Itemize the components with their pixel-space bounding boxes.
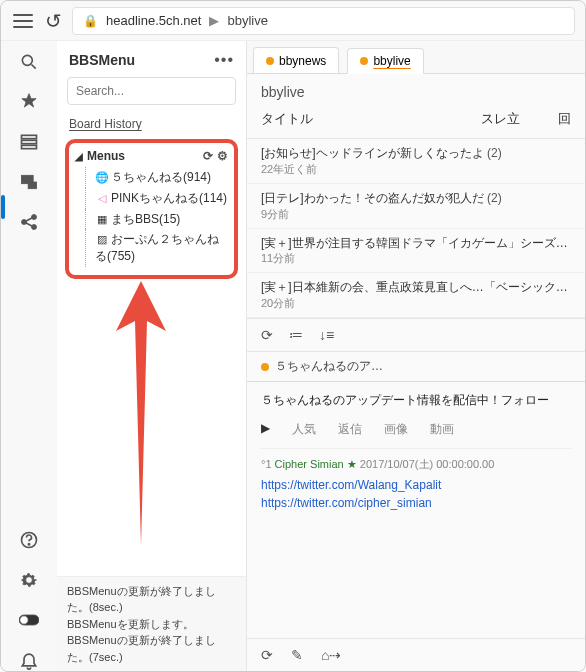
tab-dot-icon bbox=[266, 57, 274, 65]
cursor-icon: ◁ bbox=[95, 191, 109, 206]
sort-pop[interactable]: 人気 bbox=[292, 421, 316, 438]
svg-rect-2 bbox=[22, 135, 37, 138]
lock-icon: 🔒 bbox=[83, 14, 98, 28]
menu-icon[interactable] bbox=[11, 9, 35, 33]
refresh-icon[interactable]: ⟳ bbox=[261, 647, 273, 663]
sitemap-icon[interactable]: ⌂⇢ bbox=[321, 647, 341, 663]
log-line: BBSMenuの更新が終了しました。(8sec.) bbox=[67, 583, 236, 616]
refresh-icon[interactable]: ⟳ bbox=[261, 327, 273, 343]
thread-row[interactable]: [実＋]日本維新の会、重点政策見直しへ…「ベーシックインカム」 20分前 bbox=[247, 273, 585, 318]
sort-img[interactable]: 画像 bbox=[384, 421, 408, 438]
list-ordered-icon[interactable]: ≔ bbox=[289, 327, 303, 343]
thread-tab-label[interactable]: ５ちゃんねるのア… bbox=[275, 358, 383, 375]
thread-title: ５ちゃんねるのアップデート情報を配信中！フォロー bbox=[261, 392, 571, 409]
log-line: BBSMenuを更新します。 bbox=[67, 616, 236, 633]
gear-small-icon[interactable]: ⚙ bbox=[217, 149, 228, 163]
share-icon[interactable] bbox=[18, 211, 40, 233]
toggle-icon[interactable] bbox=[18, 609, 40, 631]
search-input[interactable] bbox=[67, 77, 236, 105]
board-name: bbylive bbox=[247, 74, 585, 106]
sort-reply[interactable]: 返信 bbox=[338, 421, 362, 438]
bell-icon[interactable] bbox=[18, 649, 40, 671]
menu-item-5ch[interactable]: 🌐５ちゃんねる(914) bbox=[85, 167, 228, 188]
menu-item-pink[interactable]: ◁PINKちゃんねる(114) bbox=[85, 188, 228, 209]
menu-item-open2ch[interactable]: ▨おーぷん２ちゃんねる(755) bbox=[85, 229, 228, 267]
star-icon[interactable] bbox=[18, 91, 40, 113]
play-icon[interactable]: ▶ bbox=[261, 421, 270, 438]
undo-icon[interactable]: ↺ bbox=[45, 9, 62, 33]
grid2-icon: ▨ bbox=[95, 232, 109, 247]
url-host: headline.5ch.net bbox=[106, 13, 201, 28]
menu-item-machi[interactable]: ▦まちBBS(15) bbox=[85, 209, 228, 230]
sort-icon[interactable]: ↓≡ bbox=[319, 327, 334, 343]
globe-icon: 🌐 bbox=[95, 170, 109, 185]
svg-line-1 bbox=[32, 65, 36, 69]
col-res[interactable]: 回 bbox=[541, 110, 571, 128]
svg-point-15 bbox=[20, 616, 28, 624]
col-date[interactable]: スレ立 bbox=[481, 110, 541, 128]
col-title[interactable]: タイトル bbox=[261, 110, 481, 128]
svg-rect-4 bbox=[22, 145, 37, 148]
tab-bbynews[interactable]: bbynews bbox=[253, 47, 339, 73]
tab-bbylive[interactable]: bbylive bbox=[347, 48, 423, 74]
svg-line-10 bbox=[26, 218, 33, 221]
gear-icon[interactable] bbox=[18, 569, 40, 591]
sidebar-title: BBSMenu bbox=[69, 52, 135, 68]
edit-icon[interactable]: ✎ bbox=[291, 647, 303, 663]
svg-rect-3 bbox=[22, 140, 37, 143]
board-icon[interactable] bbox=[18, 171, 40, 193]
thread-row[interactable]: [お知らせ]ヘッドラインが新しくなったよ (2) 22年近く前 bbox=[247, 139, 585, 184]
post-date: 2017/10/07(土) 00:00:00.00 bbox=[360, 458, 495, 470]
help-icon[interactable] bbox=[18, 529, 40, 551]
board-history-link[interactable]: Board History bbox=[57, 113, 246, 135]
post-name[interactable]: Cipher Simian ★ bbox=[275, 458, 357, 470]
svg-point-13 bbox=[28, 544, 29, 545]
thread-row[interactable]: [日テレ]わかった！その盗んだ奴が犯人だ (2) 9分前 bbox=[247, 184, 585, 229]
post-link[interactable]: https://twitter.com/Walang_Kapalit bbox=[261, 476, 571, 494]
list-icon[interactable] bbox=[18, 131, 40, 153]
log-line: BBSMenuの更新が終了しました。(7sec.) bbox=[67, 632, 236, 665]
tab-dot-icon bbox=[261, 363, 269, 371]
address-bar[interactable]: 🔒 headline.5ch.net ▶ bbylive bbox=[72, 7, 575, 35]
url-sub: bbylive bbox=[227, 13, 267, 28]
post-link[interactable]: https://twitter.com/cipher_simian bbox=[261, 494, 571, 512]
thread-row[interactable]: [実＋]世界が注目する韓国ドラマ「イカゲーム」シーズン2、record chin… bbox=[247, 229, 585, 274]
search-icon[interactable] bbox=[18, 51, 40, 73]
refresh-icon[interactable]: ⟳ bbox=[203, 149, 213, 163]
menus-label: Menus bbox=[87, 149, 125, 163]
menus-highlight-box: ◢ Menus ⟳ ⚙ 🌐５ちゃんねる(914) ◁PINKちゃんねる(114)… bbox=[65, 139, 238, 279]
svg-rect-6 bbox=[28, 182, 36, 189]
svg-line-11 bbox=[26, 223, 33, 226]
tab-dot-icon bbox=[360, 57, 368, 65]
more-icon[interactable]: ••• bbox=[214, 51, 234, 69]
grid-icon: ▦ bbox=[95, 212, 109, 227]
log-panel: BBSMenuの更新が終了しました。(8sec.) BBSMenuを更新します。… bbox=[57, 576, 246, 672]
sort-video[interactable]: 動画 bbox=[430, 421, 454, 438]
post-number: °1 bbox=[261, 458, 272, 470]
chevron-right-icon: ▶ bbox=[209, 13, 219, 28]
svg-point-0 bbox=[22, 55, 32, 65]
triangle-down-icon[interactable]: ◢ bbox=[75, 151, 83, 162]
